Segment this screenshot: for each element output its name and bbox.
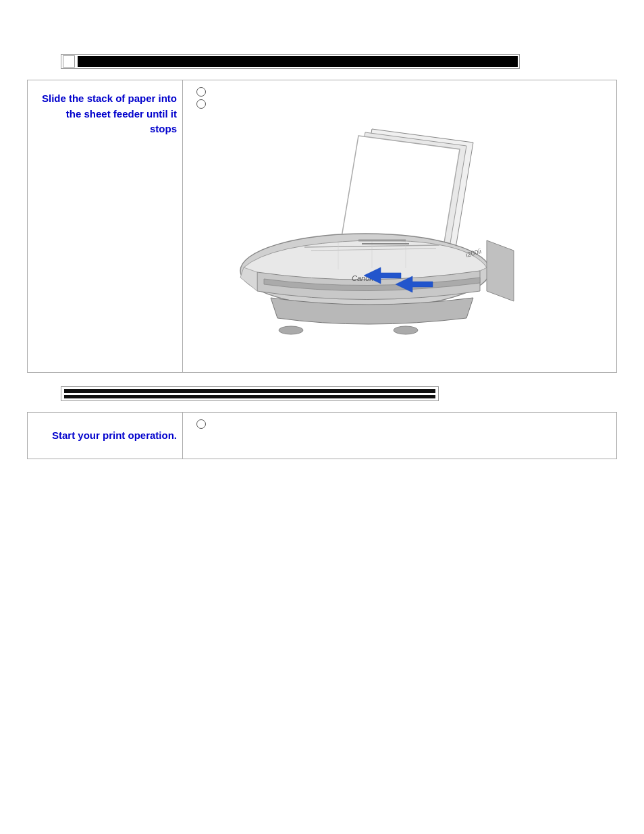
step2-card: Start your print operation. bbox=[27, 412, 617, 459]
step1-text-column: Slide the stack of paper into the sheet … bbox=[28, 80, 183, 372]
step2-radio-1 bbox=[196, 419, 206, 429]
progress-bar-label-box bbox=[63, 55, 75, 68]
progress-bar-1-container bbox=[27, 54, 617, 69]
printer-illustration: Canon i200ii bbox=[196, 122, 520, 365]
progress-bar-2 bbox=[61, 386, 439, 401]
step1-instruction-text: Slide the stack of paper into the sheet … bbox=[38, 91, 177, 137]
progress-bar-line-1 bbox=[64, 389, 435, 393]
step2-instruction-text: Start your print operation. bbox=[52, 428, 177, 444]
step2-image-column bbox=[183, 413, 616, 459]
progress-bar-fill-1 bbox=[78, 56, 518, 67]
step2-text-column: Start your print operation. bbox=[28, 413, 183, 459]
page-wrapper: Slide the stack of paper into the sheet … bbox=[0, 0, 644, 486]
svg-point-15 bbox=[279, 326, 303, 334]
step1-radio-2 bbox=[196, 99, 206, 109]
progress-bar-line-2 bbox=[64, 395, 435, 398]
step1-radio-1 bbox=[196, 87, 206, 97]
step1-radio-group bbox=[196, 87, 206, 109]
svg-point-16 bbox=[394, 326, 418, 334]
progress-bar-1 bbox=[61, 54, 520, 69]
step1-card: Slide the stack of paper into the sheet … bbox=[27, 80, 617, 373]
step1-image-column: Canon i200ii bbox=[183, 80, 616, 372]
progress-bar-2-container bbox=[27, 386, 617, 401]
